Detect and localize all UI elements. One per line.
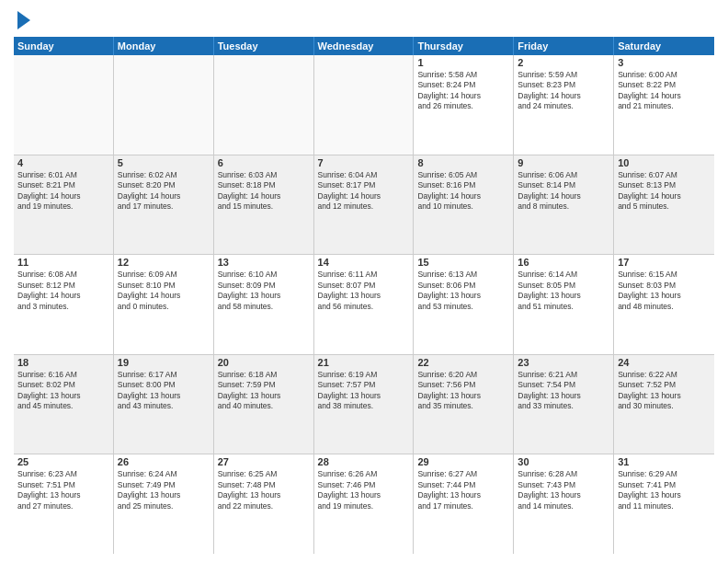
day-number: 4 (17, 157, 109, 168)
day-details: Sunrise: 6:04 AM Sunset: 8:17 PM Dayligh… (318, 170, 410, 213)
calendar-cell (214, 55, 314, 155)
logo-arrow-icon (17, 11, 30, 29)
day-of-week-header: Tuesday (214, 37, 314, 55)
day-number: 25 (17, 456, 109, 467)
calendar-cell: 11Sunrise: 6:08 AM Sunset: 8:12 PM Dayli… (14, 255, 114, 354)
calendar-cell: 19Sunrise: 6:17 AM Sunset: 8:00 PM Dayli… (114, 355, 214, 454)
day-details: Sunrise: 6:06 AM Sunset: 8:14 PM Dayligh… (518, 170, 609, 213)
day-number: 8 (417, 157, 509, 168)
day-number: 10 (618, 157, 711, 168)
calendar-cell: 5Sunrise: 6:02 AM Sunset: 8:20 PM Daylig… (114, 155, 214, 255)
day-details: Sunrise: 6:26 AM Sunset: 7:46 PM Dayligh… (318, 469, 410, 511)
day-details: Sunrise: 6:02 AM Sunset: 8:20 PM Dayligh… (118, 170, 210, 213)
day-details: Sunrise: 6:21 AM Sunset: 7:54 PM Dayligh… (518, 370, 609, 412)
day-number: 27 (218, 456, 310, 467)
calendar-cell: 6Sunrise: 6:03 AM Sunset: 8:18 PM Daylig… (214, 155, 314, 255)
day-details: Sunrise: 6:11 AM Sunset: 8:07 PM Dayligh… (318, 270, 410, 312)
day-details: Sunrise: 6:10 AM Sunset: 8:09 PM Dayligh… (218, 270, 310, 312)
calendar-body: 1Sunrise: 5:58 AM Sunset: 8:24 PM Daylig… (14, 55, 714, 554)
calendar-cell: 30Sunrise: 6:28 AM Sunset: 7:43 PM Dayli… (514, 454, 614, 554)
logo (14, 9, 30, 29)
day-number: 26 (118, 456, 210, 467)
day-number: 9 (518, 157, 609, 168)
day-number: 14 (318, 257, 410, 268)
day-details: Sunrise: 6:14 AM Sunset: 8:05 PM Dayligh… (518, 270, 609, 312)
calendar-cell: 12Sunrise: 6:09 AM Sunset: 8:10 PM Dayli… (114, 255, 214, 354)
day-details: Sunrise: 6:27 AM Sunset: 7:44 PM Dayligh… (417, 469, 509, 511)
day-details: Sunrise: 6:24 AM Sunset: 7:49 PM Dayligh… (118, 469, 210, 511)
calendar-cell: 23Sunrise: 6:21 AM Sunset: 7:54 PM Dayli… (514, 355, 614, 454)
day-details: Sunrise: 5:58 AM Sunset: 8:24 PM Dayligh… (417, 70, 509, 112)
day-of-week-header: Wednesday (314, 37, 415, 55)
calendar-cell: 21Sunrise: 6:19 AM Sunset: 7:57 PM Dayli… (314, 355, 415, 454)
day-details: Sunrise: 6:17 AM Sunset: 8:00 PM Dayligh… (118, 370, 210, 412)
day-number: 13 (218, 257, 310, 268)
day-details: Sunrise: 6:08 AM Sunset: 8:12 PM Dayligh… (17, 270, 109, 312)
day-details: Sunrise: 6:09 AM Sunset: 8:10 PM Dayligh… (118, 270, 210, 312)
day-number: 1 (417, 57, 509, 68)
day-of-week-header: Thursday (414, 37, 514, 55)
calendar-cell: 10Sunrise: 6:07 AM Sunset: 8:13 PM Dayli… (614, 155, 714, 255)
day-details: Sunrise: 6:16 AM Sunset: 8:02 PM Dayligh… (17, 370, 109, 412)
day-number: 24 (618, 357, 711, 368)
calendar-cell: 29Sunrise: 6:27 AM Sunset: 7:44 PM Dayli… (414, 454, 514, 554)
calendar-week-row: 11Sunrise: 6:08 AM Sunset: 8:12 PM Dayli… (14, 255, 714, 355)
calendar-cell: 7Sunrise: 6:04 AM Sunset: 8:17 PM Daylig… (314, 155, 415, 255)
calendar-cell: 18Sunrise: 6:16 AM Sunset: 8:02 PM Dayli… (14, 355, 114, 454)
calendar-cell: 22Sunrise: 6:20 AM Sunset: 7:56 PM Dayli… (414, 355, 514, 454)
day-number: 7 (318, 157, 410, 168)
day-number: 29 (417, 456, 509, 467)
day-number: 15 (417, 257, 509, 268)
day-details: Sunrise: 6:22 AM Sunset: 7:52 PM Dayligh… (618, 370, 711, 412)
calendar-cell: 17Sunrise: 6:15 AM Sunset: 8:03 PM Dayli… (614, 255, 714, 354)
day-details: Sunrise: 6:28 AM Sunset: 7:43 PM Dayligh… (518, 469, 609, 511)
day-of-week-header: Monday (114, 37, 214, 55)
calendar: SundayMondayTuesdayWednesdayThursdayFrid… (14, 37, 714, 554)
day-number: 23 (518, 357, 609, 368)
calendar-cell (114, 55, 214, 155)
calendar-week-row: 25Sunrise: 6:23 AM Sunset: 7:51 PM Dayli… (14, 454, 714, 554)
calendar-cell: 25Sunrise: 6:23 AM Sunset: 7:51 PM Dayli… (14, 454, 114, 554)
day-details: Sunrise: 6:20 AM Sunset: 7:56 PM Dayligh… (417, 370, 509, 412)
calendar-week-row: 4Sunrise: 6:01 AM Sunset: 8:21 PM Daylig… (14, 155, 714, 256)
calendar-header: SundayMondayTuesdayWednesdayThursdayFrid… (14, 37, 714, 55)
day-number: 18 (17, 357, 109, 368)
day-number: 28 (318, 456, 410, 467)
calendar-cell: 28Sunrise: 6:26 AM Sunset: 7:46 PM Dayli… (314, 454, 415, 554)
day-of-week-header: Friday (514, 37, 614, 55)
day-details: Sunrise: 6:29 AM Sunset: 7:41 PM Dayligh… (618, 469, 711, 511)
header (14, 9, 714, 29)
calendar-cell: 2Sunrise: 5:59 AM Sunset: 8:23 PM Daylig… (514, 55, 614, 155)
day-number: 6 (218, 157, 310, 168)
day-number: 16 (518, 257, 609, 268)
calendar-cell: 3Sunrise: 6:00 AM Sunset: 8:22 PM Daylig… (614, 55, 714, 155)
day-number: 21 (318, 357, 410, 368)
day-details: Sunrise: 6:18 AM Sunset: 7:59 PM Dayligh… (218, 370, 310, 412)
day-details: Sunrise: 6:05 AM Sunset: 8:16 PM Dayligh… (417, 170, 509, 213)
day-details: Sunrise: 6:13 AM Sunset: 8:06 PM Dayligh… (417, 270, 509, 312)
calendar-cell: 4Sunrise: 6:01 AM Sunset: 8:21 PM Daylig… (14, 155, 114, 255)
calendar-cell: 13Sunrise: 6:10 AM Sunset: 8:09 PM Dayli… (214, 255, 314, 354)
day-number: 11 (17, 257, 109, 268)
day-number: 3 (618, 57, 711, 68)
calendar-cell (314, 55, 415, 155)
calendar-cell: 9Sunrise: 6:06 AM Sunset: 8:14 PM Daylig… (514, 155, 614, 255)
day-details: Sunrise: 6:19 AM Sunset: 7:57 PM Dayligh… (318, 370, 410, 412)
day-of-week-header: Sunday (14, 37, 114, 55)
day-number: 12 (118, 257, 210, 268)
calendar-cell: 8Sunrise: 6:05 AM Sunset: 8:16 PM Daylig… (414, 155, 514, 255)
calendar-cell: 16Sunrise: 6:14 AM Sunset: 8:05 PM Dayli… (514, 255, 614, 354)
calendar-cell: 15Sunrise: 6:13 AM Sunset: 8:06 PM Dayli… (414, 255, 514, 354)
calendar-cell: 26Sunrise: 6:24 AM Sunset: 7:49 PM Dayli… (114, 454, 214, 554)
calendar-week-row: 1Sunrise: 5:58 AM Sunset: 8:24 PM Daylig… (14, 55, 714, 155)
day-number: 30 (518, 456, 609, 467)
day-number: 19 (118, 357, 210, 368)
day-number: 31 (618, 456, 711, 467)
calendar-cell (14, 55, 114, 155)
day-details: Sunrise: 6:00 AM Sunset: 8:22 PM Dayligh… (618, 70, 711, 112)
calendar-cell: 14Sunrise: 6:11 AM Sunset: 8:07 PM Dayli… (314, 255, 415, 354)
day-details: Sunrise: 6:15 AM Sunset: 8:03 PM Dayligh… (618, 270, 711, 312)
calendar-cell: 20Sunrise: 6:18 AM Sunset: 7:59 PM Dayli… (214, 355, 314, 454)
day-details: Sunrise: 6:01 AM Sunset: 8:21 PM Dayligh… (17, 170, 109, 213)
day-number: 20 (218, 357, 310, 368)
